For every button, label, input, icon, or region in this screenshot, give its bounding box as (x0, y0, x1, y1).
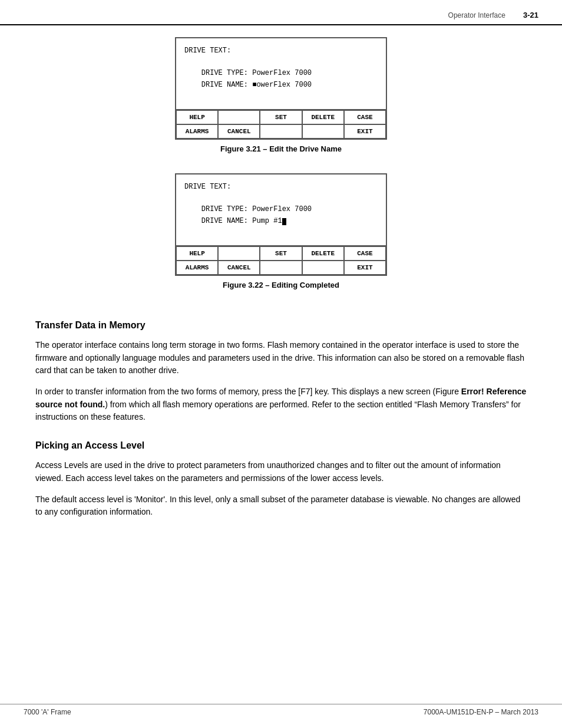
lcd-screen-21: DRIVE TEXT: DRIVE TYPE: PowerFlex 7000 D… (175, 37, 387, 140)
btn-empty3-22 (302, 261, 344, 275)
btn-delete-21[interactable]: DELETE (302, 110, 344, 124)
btn-case-21[interactable]: CASE (344, 110, 386, 124)
transfer-para2: In order to transfer information from th… (35, 386, 527, 424)
btn-alarms-21[interactable]: ALARMS (176, 124, 218, 139)
page-footer: 7000 'A' Frame 7000A-UM151D-EN-P – March… (0, 704, 562, 716)
cursor (282, 218, 286, 225)
btn-case-22[interactable]: CASE (344, 246, 386, 261)
lcd-line-22-4: DRIVE NAME: Pump #1 (184, 216, 378, 227)
figure-21-caption: Figure 3.21 – Edit the Drive Name (220, 144, 342, 153)
footer-right: 7000A-UM151D-EN-P – March 2013 (424, 708, 538, 716)
btn-empty2-22 (260, 261, 302, 275)
btn-help-21[interactable]: HELP (176, 110, 218, 124)
btn-alarms-22[interactable]: ALARMS (176, 261, 218, 275)
figure-22-caption: Figure 3.22 – Editing Completed (223, 281, 339, 289)
section-transfer-heading: Transfer Data in Memory (35, 320, 527, 331)
btn-delete-22[interactable]: DELETE (302, 246, 344, 261)
lcd-line-1: DRIVE TEXT: (184, 45, 378, 57)
lcd-content-21: DRIVE TEXT: DRIVE TYPE: PowerFlex 7000 D… (176, 38, 386, 109)
btn-empty3-21 (302, 124, 344, 139)
btn-help-22[interactable]: HELP (176, 246, 218, 261)
transfer-para2-pre: In order to transfer information from th… (35, 387, 461, 396)
page-number: 3-21 (523, 11, 538, 19)
btn-exit-21[interactable]: EXIT (344, 124, 386, 139)
figure-21-container: DRIVE TEXT: DRIVE TYPE: PowerFlex 7000 D… (35, 37, 527, 167)
main-content: DRIVE TEXT: DRIVE TYPE: PowerFlex 7000 D… (0, 37, 562, 551)
transfer-para2-post: ) from which all flash memory operations… (35, 400, 521, 422)
lcd-screen-22: DRIVE TEXT: DRIVE TYPE: PowerFlex 7000 D… (175, 173, 387, 276)
section-title: Operator Interface (448, 11, 505, 19)
lcd-line-2 (184, 57, 378, 68)
btn-set-22[interactable]: SET (260, 246, 302, 261)
page-header: Operator Interface 3-21 (0, 0, 562, 25)
lcd-line-22-2 (184, 193, 378, 204)
lcd-line-22-3: DRIVE TYPE: PowerFlex 7000 (184, 204, 378, 215)
lcd-line-3: DRIVE TYPE: PowerFlex 7000 (184, 68, 378, 79)
lcd-line-4: DRIVE NAME: ■owerFlex 7000 (184, 80, 378, 91)
access-para1: Access Levels are used in the drive to p… (35, 459, 527, 485)
section-access-heading: Picking an Access Level (35, 440, 527, 451)
lcd-line-22-1: DRIVE TEXT: (184, 182, 378, 193)
btn-set-21[interactable]: SET (260, 110, 302, 124)
lcd-buttons-22: HELP SET DELETE CASE ALARMS CANCEL EXIT (176, 245, 386, 275)
btn-cancel-22[interactable]: CANCEL (218, 261, 260, 275)
btn-empty1-21 (218, 110, 260, 124)
transfer-para1: The operator interface contains long ter… (35, 339, 527, 377)
btn-empty2-21 (260, 124, 302, 139)
btn-exit-22[interactable]: EXIT (344, 261, 386, 275)
access-para2: The default access level is 'Monitor'. I… (35, 493, 527, 519)
lcd-buttons-21: HELP SET DELETE CASE ALARMS CANCEL EXIT (176, 109, 386, 139)
btn-cancel-21[interactable]: CANCEL (218, 124, 260, 139)
figure-22-container: DRIVE TEXT: DRIVE TYPE: PowerFlex 7000 D… (35, 173, 527, 304)
footer-left: 7000 'A' Frame (24, 708, 71, 716)
btn-empty1-22 (218, 246, 260, 261)
lcd-content-22: DRIVE TEXT: DRIVE TYPE: PowerFlex 7000 D… (176, 174, 386, 245)
